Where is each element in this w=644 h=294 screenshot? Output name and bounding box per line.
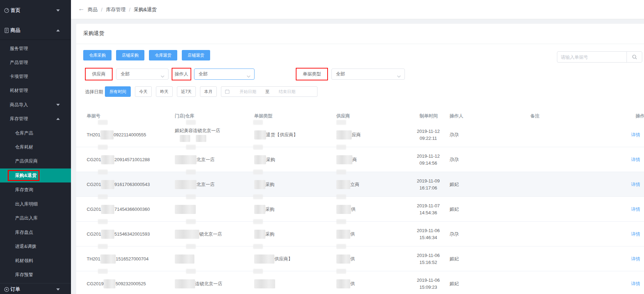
created-time: 09:14:56 bbox=[420, 160, 437, 167]
redaction-patch bbox=[186, 145, 196, 150]
date-option-3[interactable]: 近7天 bbox=[177, 86, 196, 97]
sidebar-item-4[interactable]: 卡项管理 bbox=[0, 70, 71, 84]
redaction-patch bbox=[98, 170, 108, 174]
redaction-blur bbox=[101, 230, 114, 239]
redaction-patch bbox=[253, 269, 263, 274]
action-button-2[interactable]: 仓库退货 bbox=[149, 50, 177, 60]
filter-label-red-box-1: 操作人 bbox=[172, 68, 191, 80]
redaction-patch bbox=[98, 269, 108, 274]
column-header-6: 备注 bbox=[530, 113, 539, 119]
sidebar-item-10[interactable]: 产品供应商 bbox=[0, 154, 71, 168]
sidebar-item-12[interactable]: 库存查询 bbox=[0, 183, 71, 197]
sidebar-item-5[interactable]: 耗材管理 bbox=[0, 84, 71, 98]
created-time: 15:16:52 bbox=[420, 259, 437, 266]
cell-doc-type: 采购 bbox=[254, 197, 274, 222]
date-option-0[interactable]: 所有时间 bbox=[105, 86, 131, 97]
column-header-7: 操作 bbox=[636, 113, 644, 119]
detail-link[interactable]: 详情 bbox=[631, 132, 640, 138]
cell-action: 详情 bbox=[631, 222, 640, 246]
sidebar-item-label: 产品管理 bbox=[10, 59, 28, 66]
filter-select-0[interactable]: 全部 bbox=[116, 69, 169, 80]
sidebar-item-14[interactable]: 产品出入库 bbox=[0, 211, 71, 225]
end-date-input[interactable]: 结束日期 bbox=[279, 89, 295, 95]
sidebar-item-label: 产品出入库 bbox=[15, 215, 38, 221]
cell-doc-no: TH2011516527000704 bbox=[87, 246, 149, 271]
redaction-blur bbox=[336, 130, 352, 139]
sidebar-item-17[interactable]: 耗材领料 bbox=[0, 254, 71, 268]
redaction-patch bbox=[253, 244, 263, 249]
search-icon bbox=[632, 54, 637, 60]
cell-created-time: 2019-11-1209:22:11 bbox=[407, 122, 449, 147]
sidebar-item-label: 商品 bbox=[10, 27, 20, 34]
date-range-picker[interactable]: 开始日期 至 结束日期 bbox=[221, 86, 317, 97]
sidebar-item-6[interactable]: 商品导入 bbox=[0, 98, 71, 112]
detail-link[interactable]: 详情 bbox=[631, 206, 640, 213]
sidebar-item-18[interactable]: 库存预警 bbox=[0, 268, 71, 282]
table-row: TH2011516527000704 供应商】 供 2019-11-0615:1… bbox=[76, 246, 644, 271]
sidebar-item-label: 库存查询 bbox=[15, 187, 33, 193]
filter-select-2[interactable]: 全部 bbox=[331, 69, 405, 80]
cell-operator: 媚妃 bbox=[450, 246, 459, 271]
sidebar-item-13[interactable]: 出入库明细 bbox=[0, 197, 71, 211]
detail-link[interactable]: 详情 bbox=[631, 231, 640, 237]
redaction-patch bbox=[253, 194, 263, 199]
breadcrumb-separator: / bbox=[129, 7, 130, 13]
breadcrumb-item-2[interactable]: 采购&退货 bbox=[134, 7, 157, 13]
sidebar-item-9[interactable]: 仓库耗材 bbox=[0, 140, 71, 154]
breadcrumb-item-1[interactable]: 库存管理 bbox=[106, 7, 126, 13]
sidebar-item-3[interactable]: 产品管理 bbox=[0, 56, 71, 70]
sidebar-item-8[interactable]: 仓库产品 bbox=[0, 126, 71, 140]
redaction-blur bbox=[100, 254, 116, 264]
select-value: 全部 bbox=[336, 71, 345, 77]
date-option-2[interactable]: 昨天 bbox=[156, 86, 173, 97]
sidebar-item-7[interactable]: 库存管理 bbox=[0, 112, 71, 126]
redaction-blur bbox=[175, 205, 196, 214]
redaction-blur bbox=[254, 180, 265, 189]
sidebar-item-2[interactable]: 服务管理 bbox=[0, 42, 71, 56]
search-button[interactable] bbox=[627, 52, 642, 62]
filter-select-1[interactable]: 全部 bbox=[194, 69, 255, 80]
filter-label-red-box-2: 单据类型 bbox=[296, 68, 328, 80]
divider bbox=[76, 44, 644, 44]
sidebar-item-0[interactable]: 首页 bbox=[0, 3, 71, 17]
detail-link[interactable]: 详情 bbox=[631, 181, 640, 188]
cell-created-time: 2019-11-0615:09:23 bbox=[407, 271, 449, 294]
redaction-blur bbox=[101, 180, 114, 189]
back-arrow-icon[interactable]: ← bbox=[78, 5, 85, 13]
cell-created-time: 2019-11-1209:14:56 bbox=[407, 147, 449, 172]
sidebar-item-16[interactable]: 进退&调拨 bbox=[0, 239, 71, 253]
redaction-blur bbox=[100, 130, 114, 139]
detail-link[interactable]: 详情 bbox=[631, 157, 640, 163]
redaction-patch bbox=[98, 219, 108, 224]
cell-supplier: 商 bbox=[336, 147, 357, 172]
sidebar-item-11[interactable]: 采购&退货 bbox=[0, 168, 71, 182]
sidebar-item-label: 进退&调拨 bbox=[15, 243, 36, 250]
date-option-4[interactable]: 本月 bbox=[200, 86, 217, 97]
select-value: 全部 bbox=[199, 71, 208, 77]
date-range-separator: 至 bbox=[265, 89, 270, 95]
cell-doc-no: CG2019509232000525 bbox=[87, 271, 146, 294]
search-input[interactable] bbox=[557, 52, 627, 62]
chevron-down-icon bbox=[56, 9, 60, 12]
action-button-1[interactable]: 店铺采购 bbox=[116, 50, 144, 60]
column-header-4: 制单时间 bbox=[420, 113, 438, 119]
start-date-input[interactable]: 开始日期 bbox=[239, 89, 256, 95]
redaction-patch bbox=[253, 219, 263, 224]
cell-store: 媚妃美容连锁北京一店 bbox=[175, 122, 220, 147]
cell-created-time: 2019-11-0615:16:52 bbox=[407, 246, 449, 271]
sidebar-item-orders[interactable]: 订单 bbox=[0, 282, 71, 294]
redaction-patch bbox=[186, 244, 196, 249]
detail-link[interactable]: 详情 bbox=[631, 281, 640, 287]
chevron-down-icon bbox=[160, 73, 165, 79]
redaction-patch bbox=[253, 120, 263, 125]
date-option-1[interactable]: 今天 bbox=[135, 86, 152, 97]
action-button-3[interactable]: 店铺退货 bbox=[182, 50, 210, 60]
action-button-0[interactable]: 仓库采购 bbox=[83, 50, 112, 60]
breadcrumb-item-0[interactable]: 商品 bbox=[88, 7, 98, 13]
sidebar-item-label: 出入库明细 bbox=[15, 201, 38, 207]
sidebar-item-15[interactable]: 库存盘点 bbox=[0, 225, 71, 239]
detail-link[interactable]: 详情 bbox=[631, 256, 640, 262]
created-time: 14:54:36 bbox=[420, 209, 437, 216]
cell-action: 详情 bbox=[631, 122, 640, 147]
sidebar-item-1[interactable]: 商品 bbox=[0, 23, 71, 37]
